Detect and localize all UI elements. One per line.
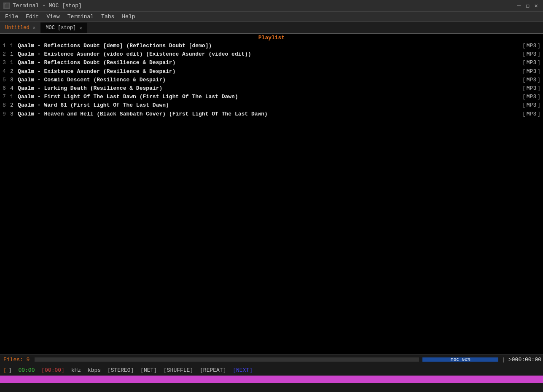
maximize-button[interactable]: ◻ [524, 2, 531, 9]
playlist-row-9[interactable]: 9 3 Qaalm - Heaven and Hell (Black Sabba… [1, 110, 542, 118]
row-num-9: 9 [3, 110, 10, 118]
playlist-row-2[interactable]: 2 1 Qaalm - Existence Asunder (video edi… [1, 50, 542, 59]
repeat-label: [REPEAT] [200, 367, 226, 373]
volume-bar[interactable]: moc 00% [422, 357, 498, 362]
time-total: [00:00] [41, 367, 65, 373]
row-track-9: 3 [10, 110, 18, 118]
row-title-9: Qaalm - Heaven and Hell (Black Sabbath C… [18, 110, 519, 118]
row-track-6: 4 [10, 85, 18, 92]
row-title-7: Qaalm - First Light Of The Last Dawn (Fi… [18, 93, 519, 101]
playlist-header: Playlist [0, 34, 543, 42]
tab-moc[interactable]: MOC [stop] ✕ [40, 22, 87, 33]
row-title-4: Qaalm - Existence Asunder (Resilience & … [18, 68, 519, 75]
time-current: 00:00 [18, 367, 35, 373]
playlist-row-1[interactable]: 1 1 Qaalm - Reflections Doubt [demo] (Re… [1, 42, 542, 50]
menu-edit[interactable]: Edit [22, 13, 42, 21]
row-track-5: 3 [10, 76, 18, 84]
row-num-1: 1 [3, 42, 10, 50]
row-right-2: [ MP3 ] [519, 51, 540, 58]
tab-untitled-close[interactable]: ✕ [33, 25, 36, 30]
row-right-1: [ MP3 ] [519, 42, 540, 50]
window-title: Terminal - MOC [stop] [13, 3, 82, 9]
menu-tabs[interactable]: Tabs [98, 13, 118, 21]
close-button[interactable]: ✕ [533, 2, 540, 9]
playlist-row-5[interactable]: 5 3 Qaalm - Cosmic Descent (Resilience &… [1, 76, 542, 84]
tab-untitled-label: Untitled [5, 25, 30, 31]
progress-time-right: >000:00:00 [508, 357, 541, 363]
divider-left: | [502, 357, 505, 363]
row-right-9: [ MP3 ] [519, 110, 540, 118]
progress-bar[interactable] [35, 357, 419, 362]
row-track-4: 2 [10, 68, 18, 75]
playlist-area[interactable]: 1 1 Qaalm - Reflections Doubt [demo] (Re… [0, 42, 543, 354]
terminal-content: Playlist 1 1 Qaalm - Reflections Doubt [… [0, 34, 543, 354]
minimize-button[interactable]: ─ [516, 2, 522, 9]
statusbar: Files: 9 moc 00% | >000:00:00 [ ] 00:00 … [0, 354, 543, 392]
next-label: [NEXT] [233, 367, 253, 373]
row-right-7: [ MP3 ] [519, 93, 540, 101]
row-track-1: 1 [10, 42, 18, 50]
bottom-bar [0, 376, 543, 383]
row-track-3: 1 [10, 59, 18, 67]
kbps-label: kbps [88, 367, 101, 373]
menubar: File Edit View Terminal Tabs Help [0, 12, 543, 22]
row-title-1: Qaalm - Reflections Doubt [demo] (Reflec… [18, 42, 519, 50]
stop-indicator: ] [8, 367, 12, 373]
net-label: [NET] [140, 367, 157, 373]
row-title-5: Qaalm - Cosmic Descent (Resilience & Des… [18, 76, 519, 84]
playlist-row-8[interactable]: 8 2 Qaalm - Ward 81 (First Light Of The … [1, 101, 542, 110]
row-track-8: 2 [10, 102, 18, 109]
volume-label: moc 00% [451, 357, 470, 362]
row-num-8: 8 [3, 102, 10, 109]
menu-terminal[interactable]: Terminal [64, 13, 97, 21]
files-label: Files: 9 [3, 357, 30, 363]
row-right-8: [ MP3 ] [519, 102, 540, 109]
row-title-2: Qaalm - Existence Asunder (video edit) (… [18, 51, 519, 58]
row-num-7: 7 [3, 93, 10, 101]
row-right-6: [ MP3 ] [519, 85, 540, 92]
row-num-3: 3 [3, 59, 10, 67]
progress-row: Files: 9 moc 00% | >000:00:00 [0, 354, 543, 365]
row-title-8: Qaalm - Ward 81 (First Light Of The Last… [18, 102, 519, 109]
row-track-2: 1 [10, 51, 18, 58]
tabbar: Untitled ✕ MOC [stop] ✕ [0, 22, 543, 34]
shuffle-label: [SHUFFLE] [164, 367, 193, 373]
row-right-4: [ MP3 ] [519, 68, 540, 75]
row-right-3: [ MP3 ] [519, 59, 540, 67]
tab-moc-close[interactable]: ✕ [79, 25, 82, 31]
row-track-7: 1 [10, 93, 18, 101]
row-num-4: 4 [3, 68, 10, 75]
row-num-6: 6 [3, 85, 10, 92]
menu-view[interactable]: View [43, 13, 63, 21]
info-row: [ ] 00:00 [00:00] kHz kbps [STEREO] [NET… [0, 365, 543, 376]
status-bracket: [ [3, 367, 7, 373]
row-num-2: 2 [3, 51, 10, 58]
khz-label: kHz [71, 367, 81, 373]
row-title-6: Qaalm - Lurking Death (Resilience & Desp… [18, 85, 519, 92]
titlebar-left: ⬛ Terminal - MOC [stop] [3, 3, 82, 9]
row-right-5: [ MP3 ] [519, 76, 540, 84]
row-num-5: 5 [3, 76, 10, 84]
tab-untitled[interactable]: Untitled ✕ [0, 22, 40, 33]
playlist-row-3[interactable]: 3 1 Qaalm - Reflections Doubt (Resilienc… [1, 59, 542, 67]
playlist-row-7[interactable]: 7 1 Qaalm - First Light Of The Last Dawn… [1, 93, 542, 101]
titlebar: ⬛ Terminal - MOC [stop] ─ ◻ ✕ [0, 0, 543, 12]
menu-file[interactable]: File [2, 13, 22, 21]
row-title-3: Qaalm - Reflections Doubt (Resilience & … [18, 59, 519, 67]
tab-moc-label: MOC [stop] [46, 25, 76, 31]
playlist-header-text: Playlist [258, 35, 285, 41]
app-icon: ⬛ [3, 3, 10, 9]
menu-help[interactable]: Help [118, 13, 138, 21]
playlist-row-6[interactable]: 6 4 Qaalm - Lurking Death (Resilience & … [1, 84, 542, 93]
titlebar-buttons: ─ ◻ ✕ [516, 2, 540, 9]
stereo-label: [STEREO] [108, 367, 134, 373]
playlist-row-4[interactable]: 4 2 Qaalm - Existence Asunder (Resilienc… [1, 67, 542, 76]
files-info: Files: 9 [2, 357, 31, 363]
